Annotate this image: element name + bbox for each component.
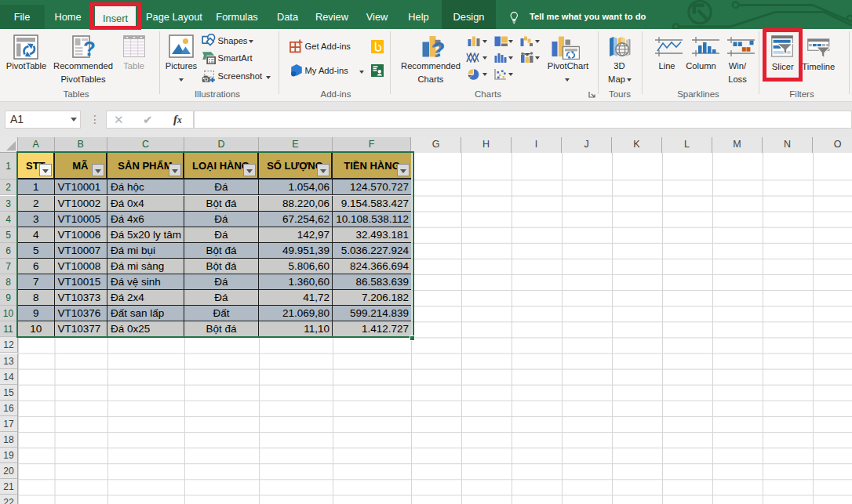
svg-text:?: ? xyxy=(83,37,96,60)
svg-text:?: ? xyxy=(433,38,445,60)
